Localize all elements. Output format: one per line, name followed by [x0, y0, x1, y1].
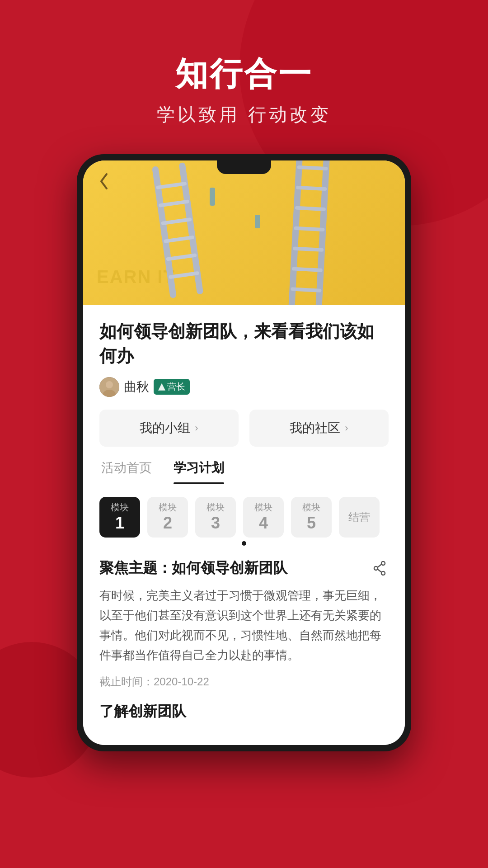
focus-deadline: 截止时间：2020-10-22: [99, 675, 389, 689]
section-subtitle: 了解创新团队: [99, 702, 389, 722]
phone-screen: EARN IT: [83, 160, 405, 745]
svg-line-2: [158, 184, 185, 188]
my-group-label: 我的小组: [140, 420, 190, 437]
module-5-block[interactable]: 模块 5: [291, 497, 332, 538]
svg-line-4: [163, 220, 190, 223]
svg-point-24: [381, 571, 385, 575]
module-4-top-label: 模块: [254, 501, 272, 514]
module-5-top-label: 模块: [302, 501, 320, 514]
svg-line-9: [319, 160, 327, 305]
tabs-row: 活动首页 学习计划: [99, 459, 389, 484]
my-community-chevron: ›: [345, 422, 348, 434]
focus-title: 聚焦主题：如何领导创新团队: [99, 558, 287, 578]
tab-activity-home[interactable]: 活动首页: [101, 459, 152, 484]
module-1-top-label: 模块: [111, 501, 129, 514]
svg-line-16: [293, 289, 320, 291]
module-2-block[interactable]: 模块 2: [147, 497, 188, 538]
back-button[interactable]: [94, 171, 114, 191]
phone-outer: EARN IT: [77, 154, 411, 751]
svg-line-8: [292, 160, 300, 305]
author-badge: 营长: [154, 379, 190, 395]
my-community-button[interactable]: 我的社区 ›: [249, 410, 389, 447]
module-5-num: 5: [307, 514, 316, 533]
module-end-block[interactable]: 结营: [339, 497, 380, 538]
svg-line-6: [168, 255, 195, 259]
svg-line-10: [299, 167, 326, 169]
svg-rect-18: [255, 215, 260, 228]
focus-header: 聚焦主题：如何领导创新团队: [99, 558, 389, 578]
svg-point-23: [374, 566, 378, 570]
header-sub-title: 学以致用 行动改变: [0, 102, 488, 127]
svg-line-15: [294, 269, 321, 270]
module-1-block[interactable]: 模块 1: [99, 497, 140, 538]
module-end-label: 结营: [348, 510, 370, 524]
badge-triangle-icon: [158, 383, 165, 391]
svg-point-22: [381, 561, 385, 565]
phone-notch: [217, 160, 271, 174]
svg-line-11: [298, 188, 325, 189]
module-2-top-label: 模块: [159, 501, 177, 514]
module-4-num: 4: [259, 514, 268, 533]
svg-line-3: [160, 202, 187, 205]
share-icon[interactable]: [371, 559, 389, 577]
module-1-num: 1: [115, 514, 124, 533]
svg-line-25: [378, 564, 382, 567]
author-row: 曲秋 营长: [99, 377, 389, 397]
my-group-chevron: ›: [195, 422, 198, 434]
nav-buttons: 我的小组 › 我的社区 ›: [99, 410, 389, 447]
svg-line-12: [297, 208, 324, 209]
my-community-label: 我的社区: [290, 420, 340, 437]
article-area: 如何领导创新团队，来看看我们该如何办 曲秋 营长: [83, 305, 405, 745]
module-dot: [242, 541, 246, 546]
author-name: 曲秋: [124, 378, 149, 396]
module-dot-row: [99, 541, 389, 546]
svg-line-13: [296, 228, 323, 230]
article-title: 如何领导创新团队，来看看我们该如何办: [99, 320, 389, 368]
svg-line-7: [170, 274, 197, 277]
svg-line-5: [165, 237, 192, 241]
modules-row: 模块 1 模块 2 模块 3 模块: [99, 497, 389, 538]
svg-point-20: [106, 381, 113, 388]
module-3-block[interactable]: 模块 3: [195, 497, 236, 538]
hero-image: EARN IT: [83, 160, 405, 305]
module-4-block[interactable]: 模块 4: [243, 497, 284, 538]
phone-mockup: EARN IT: [0, 154, 488, 751]
svg-rect-17: [210, 188, 215, 206]
module-3-num: 3: [211, 514, 220, 533]
focus-body: 有时候，完美主义者过于习惯于微观管理，事无巨细，以至于他们甚至没有意识到这个世界…: [99, 585, 389, 665]
svg-line-26: [378, 569, 382, 572]
tab-study-plan[interactable]: 学习计划: [174, 459, 224, 484]
svg-line-14: [295, 249, 322, 250]
module-3-top-label: 模块: [206, 501, 225, 514]
author-avatar: [99, 377, 119, 397]
my-group-button[interactable]: 我的小组 ›: [99, 410, 239, 447]
header-main-title: 知行合一: [0, 54, 488, 93]
hero-ladder-svg: [83, 160, 405, 305]
focus-section: 聚焦主题：如何领导创新团队 有时候，完美主义者过于习惯于微观管理，事无巨细，: [99, 558, 389, 731]
module-2-num: 2: [163, 514, 172, 533]
